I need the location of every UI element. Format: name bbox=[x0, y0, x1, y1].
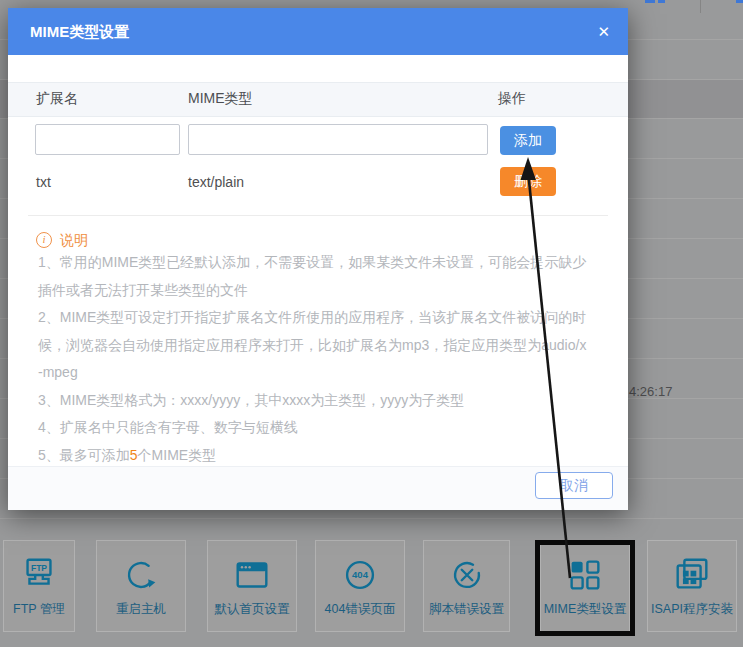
row-extension-value: txt bbox=[36, 174, 51, 190]
toolbar-button-ftp[interactable]: FTP FTP 管理 bbox=[3, 540, 75, 632]
note-item-highlight: 5 bbox=[130, 447, 138, 463]
cancel-button[interactable]: 取消 bbox=[535, 472, 613, 499]
note-item: 4、扩展名中只能含有字母、数字与短横线 bbox=[38, 414, 588, 442]
mime-type-input[interactable] bbox=[188, 124, 488, 155]
clipped-blue-element bbox=[645, 0, 655, 3]
toolbar-button-404-page[interactable]: 404 404错误页面 bbox=[315, 540, 405, 632]
script-error-icon bbox=[446, 554, 488, 596]
toolbar-button-restart-host[interactable]: 重启主机 bbox=[96, 540, 186, 632]
column-header-extension: 扩展名 bbox=[36, 90, 78, 108]
note-item: 3、MIME类型格式为：xxxx/yyyy，其中xxxx为主类型，yyyy为子类… bbox=[38, 387, 588, 415]
clipped-column-divider bbox=[700, 0, 701, 13]
info-icon: i bbox=[36, 232, 52, 248]
browser-window-icon bbox=[231, 554, 273, 596]
note-list: 1、常用的MIME类型已经默认添加，不需要设置，如果某类文件未设置，可能会提示缺… bbox=[38, 249, 588, 469]
extension-input[interactable] bbox=[35, 124, 180, 155]
close-icon[interactable]: ✕ bbox=[597, 8, 610, 55]
note-item-text: 个MIME类型 bbox=[138, 447, 217, 463]
background-timestamp: 4:26:17 bbox=[629, 384, 672, 399]
modal-title: MIME类型设置 bbox=[30, 8, 129, 55]
toolbar-button-script-error[interactable]: 脚本错误设置 bbox=[423, 540, 510, 632]
note-item: 5、最多可添加5个MIME类型 bbox=[38, 442, 588, 470]
column-header-action: 操作 bbox=[498, 90, 526, 108]
column-header-mime-type: MIME类型 bbox=[188, 90, 253, 108]
row-mime-value: text/plain bbox=[188, 174, 244, 190]
toolbar-button-label: 默认首页设置 bbox=[215, 601, 290, 618]
note-title: 说明 bbox=[60, 232, 88, 250]
ftp-monitor-icon: FTP bbox=[18, 554, 60, 596]
note-item: 2、MIME类型可设定打开指定扩展名文件所使用的应用程序，当该扩展名文件被访问的… bbox=[38, 304, 588, 387]
mime-settings-modal: MIME类型设置 ✕ 扩展名 MIME类型 操作 添加 txt text/pla… bbox=[8, 8, 628, 510]
restart-icon bbox=[120, 554, 162, 596]
toolbar-button-label: FTP 管理 bbox=[13, 601, 65, 618]
404-icon-text: 404 bbox=[352, 569, 369, 580]
note-item-text: 5、最多可添加 bbox=[38, 447, 130, 463]
404-circle-icon: 404 bbox=[339, 554, 381, 596]
toolbar-button-default-homepage[interactable]: 默认首页设置 bbox=[207, 540, 297, 632]
table-row-line bbox=[0, 518, 743, 519]
isapi-pages-icon bbox=[671, 554, 713, 596]
add-button[interactable]: 添加 bbox=[500, 126, 556, 155]
table-header-row bbox=[8, 82, 628, 117]
row-divider bbox=[28, 215, 608, 216]
delete-button[interactable]: 删除 bbox=[500, 167, 556, 196]
note-item: 1、常用的MIME类型已经默认添加，不需要设置，如果某类文件未设置，可能会提示缺… bbox=[38, 249, 588, 304]
toolbar-button-label: ISAPI程序安装 bbox=[651, 601, 733, 618]
toolbar-button-label: 404错误页面 bbox=[325, 601, 396, 618]
clipped-blue-element bbox=[658, 0, 665, 3]
modal-header: MIME类型设置 ✕ bbox=[8, 8, 628, 55]
ftp-icon-text: FTP bbox=[31, 563, 47, 573]
clipped-blue-element bbox=[736, 0, 743, 3]
annotation-highlight-rectangle bbox=[535, 540, 635, 636]
toolbar-button-label: 重启主机 bbox=[116, 601, 166, 618]
toolbar-button-label: 脚本错误设置 bbox=[429, 601, 504, 618]
toolbar-button-isapi-install[interactable]: ISAPI程序安装 bbox=[647, 540, 737, 632]
